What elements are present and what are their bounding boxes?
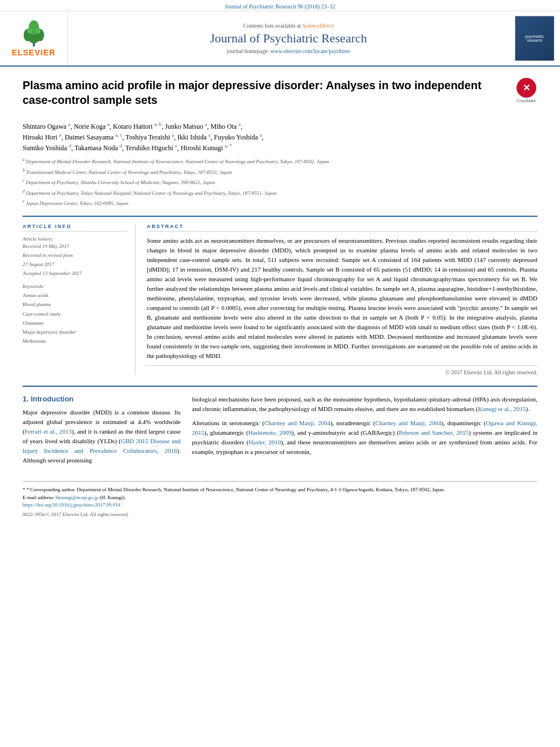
ferrari-ref[interactable]: Ferrari et al., 2013 <box>25 428 72 435</box>
hashimoto-ref[interactable]: Hashimoto, 2009 <box>248 429 292 436</box>
abstract-text: Some amino acids act as neurotransmitter… <box>147 236 537 361</box>
email-line: E-mail address: hkunugi@ncnp.go.jp (H. K… <box>23 494 537 502</box>
keyword-mdd: Major depressive disorder <box>23 327 127 337</box>
affiliations-list: a Department of Mental Disorder Research… <box>23 156 537 208</box>
corresponding-sup: * <box>23 487 27 492</box>
sciencedirect-prefix: Contents lists available at <box>243 23 303 29</box>
keyword-glutamate: Glutamate <box>23 318 127 327</box>
journal-header: ELSEVIER Contents lists available at Sci… <box>0 11 560 67</box>
received-date: Received 19 May 2017 <box>23 242 127 251</box>
footnote-area: * * Corresponding author. Department of … <box>23 481 537 518</box>
elsevier-logo-area: ELSEVIER <box>0 11 68 65</box>
email-address[interactable]: hkunugi@ncnp.go.jp <box>55 495 98 500</box>
copyright-line: © 2017 Elsevier Ltd. All rights reserved… <box>147 365 537 375</box>
email-suffix: (H. Kunugi). <box>100 495 126 500</box>
affil-d: d Department of Psychiatry, Tokyo Nation… <box>23 188 537 198</box>
history-dates: Received 19 May 2017 Received in revised… <box>23 242 127 278</box>
history-label: Article history: <box>23 236 127 242</box>
journal-citation-bar: Journal of Psychiatric Research 96 (2018… <box>0 0 560 11</box>
issn-line: 0022-3956/© 2017 Elsevier Ltd. All right… <box>23 511 537 519</box>
keyword-blood-plasma: Blood plasma <box>23 300 127 309</box>
elsevier-wordmark: ELSEVIER <box>12 48 55 57</box>
affil-e: e Japan Depression Center, Tokyo, 102-00… <box>23 198 537 208</box>
journal-title: Journal of Psychiatric Research <box>210 31 367 46</box>
charney-manji-ref1[interactable]: Charney and Manji, 2004 <box>264 420 330 426</box>
sciencedirect-line: Contents lists available at ScienceDirec… <box>243 23 334 29</box>
intro-section-number: 1. <box>23 395 30 403</box>
homepage-link[interactable]: www.elsevier.com/locate/psychires <box>270 48 350 54</box>
kunugi-ref[interactable]: Kunugi et al., 2015 <box>478 405 526 412</box>
elsevier-tree-icon <box>17 20 51 48</box>
revised-date: Received in revised form27 August 2017 <box>23 251 127 269</box>
revised-date-value: 27 August 2017 <box>23 261 54 267</box>
article-info-column: ARTICLE INFO Article history: Received 1… <box>23 224 135 376</box>
crossmark-icon[interactable]: ✕ <box>517 78 536 98</box>
keyword-methionine: Methionine <box>23 337 127 346</box>
intro-left-para: Major depressive disorder (MDD) is a com… <box>23 408 181 465</box>
pehrson-ref[interactable]: Pehrson and Sanchez, 2015 <box>399 429 469 436</box>
abstract-column: ABSTRACT Some amino acids act as neurotr… <box>147 224 537 376</box>
keyword-amino-acids: Amino acids <box>23 291 127 300</box>
journal-citation-text: Journal of Psychiatric Research 96 (2018… <box>225 3 335 10</box>
doi-line[interactable]: https://doi.org/10.1016/j.jpsychires.201… <box>23 501 537 509</box>
article-info-abstract-section: ARTICLE INFO Article history: Received 1… <box>23 216 537 376</box>
elsevier-logo: ELSEVIER <box>12 20 55 57</box>
intro-section-label: Introduction <box>30 395 73 403</box>
title-section: Plasma amino acid profile in major depre… <box>23 78 537 113</box>
homepage-line: journal homepage: www.elsevier.com/locat… <box>227 48 350 54</box>
journal-cover-area: psychiatric research <box>509 11 560 65</box>
intro-right-para-1: biological mechanisms have been proposed… <box>192 395 537 414</box>
intro-right-text: biological mechanisms have been proposed… <box>192 395 537 457</box>
corresponding-author-note: * * Corresponding author. Department of … <box>23 486 537 494</box>
body-right-column: biological mechanisms have been proposed… <box>192 395 537 470</box>
charney-manji-ref2[interactable]: Charney and Manji, 2004 <box>375 420 441 426</box>
affil-a: a Department of Mental Disorder Research… <box>23 156 537 166</box>
journal-cover-image: psychiatric research <box>515 16 554 61</box>
body-left-column: 1. Introduction Major depressive disorde… <box>23 395 181 470</box>
crossmark-label: CrossMark <box>517 99 536 103</box>
abstract-heading: ABSTRACT <box>147 224 537 231</box>
intro-left-text: Major depressive disorder (MDD) is a com… <box>23 408 181 465</box>
affil-b: b Translational Medical Center, National… <box>23 167 537 177</box>
corresponding-text: * Corresponding author. Department of Me… <box>27 487 445 492</box>
ogawa-kunugi-ref[interactable]: Ogawa and Kunugi, 2015 <box>192 420 537 436</box>
keywords-label: Keywords: <box>23 283 127 289</box>
page: Journal of Psychiatric Research 96 (2018… <box>0 0 560 747</box>
keyword-case-control: Case-control study <box>23 309 127 318</box>
article-info-heading: ARTICLE INFO <box>23 224 127 231</box>
intro-right-para-2: Alterations in serotonergic (Charney and… <box>192 418 537 457</box>
email-label: E-mail address: <box>23 495 55 500</box>
body-content: 1. Introduction Major depressive disorde… <box>23 386 537 470</box>
abstract-body: Some amino acids act as neurotransmitter… <box>147 236 537 361</box>
svg-point-5 <box>27 28 32 33</box>
hasler-ref[interactable]: Hasler, 2010 <box>248 439 281 445</box>
authors-list: Shintaro Ogawa a, Norie Koga a, Kotaro H… <box>23 121 537 153</box>
svg-point-6 <box>35 28 40 33</box>
keywords-section: Keywords: Amino acids Blood plasma Case-… <box>23 283 127 346</box>
article-history: Article history: Received 19 May 2017 Re… <box>23 236 127 278</box>
main-content: Plasma amino acid profile in major depre… <box>0 67 560 530</box>
article-title: Plasma amino acid profile in major depre… <box>23 78 506 107</box>
crossmark-area: ✕ CrossMark <box>515 78 537 103</box>
journal-header-center: Contents lists available at ScienceDirec… <box>68 11 509 65</box>
affil-c: c Department of Psychiatry, Shinshu Univ… <box>23 177 537 187</box>
intro-section-title: 1. Introduction <box>23 395 181 403</box>
accepted-date: Accepted 13 September 2017 <box>23 269 127 278</box>
gbd-ref[interactable]: GBD 2015 Disease and Injury Incidence an… <box>23 438 181 454</box>
homepage-prefix: journal homepage: <box>227 48 270 54</box>
sciencedirect-link[interactable]: ScienceDirect <box>303 23 334 29</box>
journal-cover-text: psychiatric research <box>518 34 552 42</box>
